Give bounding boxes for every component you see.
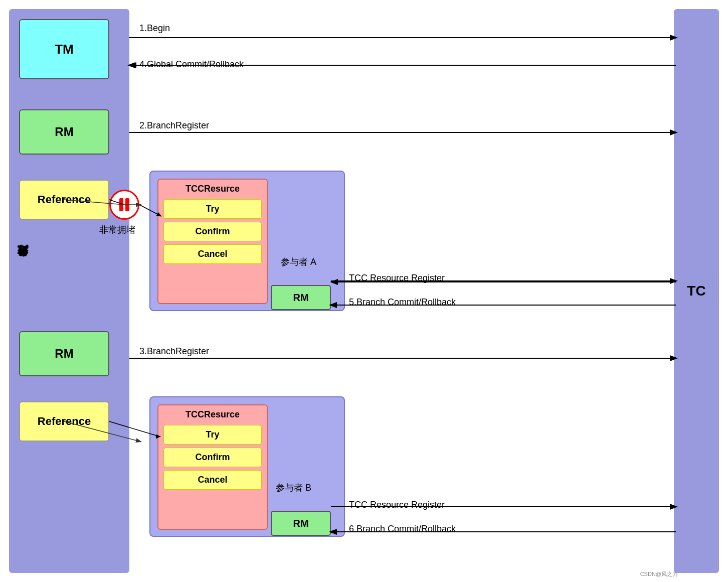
begin-label: 1.Begin xyxy=(139,23,170,34)
branch-register-2-label: 2.BranchRegister xyxy=(139,120,209,131)
global-commit-label: 4.Global Commit/Rollback xyxy=(139,59,244,70)
try-a: Try xyxy=(163,199,262,219)
tcc-resurce-a-title: TCCResurce xyxy=(158,180,267,196)
tcc-resource-register-a-label: TCC Resource Register xyxy=(349,273,445,283)
tc-column: TC xyxy=(674,9,719,573)
diagram-container: TC TM RM Reference 业务发起方 RM Reference 参与… xyxy=(0,0,728,582)
tm-box: TM xyxy=(19,19,109,79)
branch-commit-a-label: 5.Branch Commit/Rollback xyxy=(349,297,456,308)
tcc-resurce-a: TCCResurce Try Confirm Cancel xyxy=(157,179,268,304)
rm-inner-b: RM xyxy=(271,511,331,536)
left-column xyxy=(9,9,129,573)
reference-box-top: Reference xyxy=(19,180,109,220)
rm-box-bottom: RM xyxy=(19,331,109,376)
block-icon xyxy=(109,190,139,220)
watermark: CSDN@风之力 xyxy=(640,570,678,578)
branch-commit-b-label: 6.Branch Commit/Rollback xyxy=(349,524,456,534)
confirm-b: Confirm xyxy=(163,448,262,467)
tcc-resurce-b: TCCResurce Try Confirm Cancel xyxy=(157,404,268,530)
block-label: 非常拥堵 xyxy=(99,224,135,236)
participant-a-label: 参与者 A xyxy=(281,256,316,268)
tcc-resource-register-b-label: TCC Resource Register xyxy=(349,500,445,510)
tcc-resurce-b-title: TCCResurce xyxy=(158,405,267,422)
confirm-a: Confirm xyxy=(163,222,262,241)
try-b: Try xyxy=(163,425,262,445)
cancel-a: Cancel xyxy=(163,244,262,264)
tc-label: TC xyxy=(687,283,705,299)
branch-register-3-label: 3.BranchRegister xyxy=(139,346,209,357)
cancel-b: Cancel xyxy=(163,470,262,490)
rm-inner-a: RM xyxy=(271,285,331,310)
rm-box-top: RM xyxy=(19,109,109,155)
participant-b-label: 参与者 B xyxy=(276,482,311,494)
reference-box-bottom: Reference xyxy=(19,401,109,442)
